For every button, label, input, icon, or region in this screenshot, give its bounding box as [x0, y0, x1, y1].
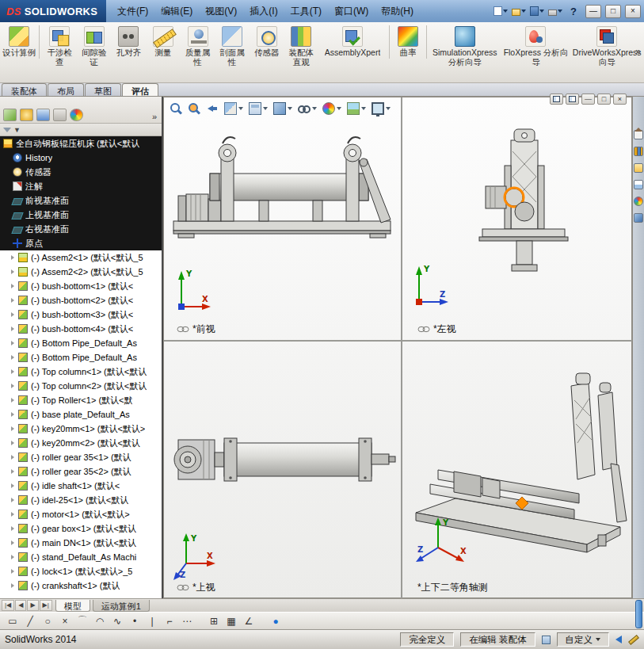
tree-item[interactable]: (-) Top column<2> (默认<默认 — [0, 379, 162, 393]
help-button[interactable]: ? — [566, 6, 581, 17]
close-button[interactable]: × — [625, 5, 641, 18]
tree-item[interactable]: 传感器 — [0, 165, 162, 179]
configurationmanager-tab-icon[interactable] — [36, 109, 50, 121]
tab-scroll-button[interactable]: ▶ — [27, 600, 38, 611]
tree-item[interactable]: (-) gear box<1> (默认<默认 — [0, 521, 162, 536]
tree-item[interactable]: (-) base plate_Default_As — [0, 407, 162, 422]
ribbon-button[interactable]: AssemblyXpert — [318, 25, 390, 59]
tree-item[interactable]: (-) stand_Default_As Machi — [0, 550, 162, 564]
featuremanager-tab-icon[interactable] — [3, 109, 17, 121]
ribbon-button[interactable]: 传感器 — [250, 25, 284, 59]
viewport-layout-button-2[interactable] — [566, 94, 579, 105]
ribbon-button[interactable]: SimulationXpress 分析向导 — [429, 25, 501, 67]
command-tab[interactable]: 评估 — [122, 83, 158, 96]
tree-item[interactable]: (-) bush-bottom<1> (默认< — [0, 279, 162, 293]
tree-item[interactable]: (-) roller gear 35<1> (默认 — [0, 450, 162, 464]
tree-item[interactable]: (-) bush-bottom<3> (默认< — [0, 307, 162, 322]
ribbon-button[interactable]: 间隙验证 — [77, 25, 112, 67]
tree-item[interactable]: (-) bush-bottom<2> (默认< — [0, 293, 162, 307]
menu-item[interactable]: 窗口(W) — [328, 3, 375, 20]
ribbon-button[interactable]: FloXpress 分析向导 — [501, 25, 572, 67]
tree-item[interactable]: (-) main DN<1> (默认<默认 — [0, 536, 162, 550]
tab-scroll-button[interactable]: |◀ — [2, 600, 14, 611]
custom-properties-icon[interactable] — [634, 213, 643, 223]
displaymanager-tab-icon[interactable] — [70, 109, 83, 121]
trim-tool-icon[interactable]: × — [57, 614, 73, 628]
tree-overflow-button[interactable]: » — [150, 112, 159, 121]
view-palette-icon[interactable] — [634, 180, 643, 189]
tree-item[interactable]: (-) motor<1> (默认<默认> — [0, 507, 162, 521]
tree-item[interactable]: (-) idel-25<1> (默认<默认 — [0, 493, 162, 507]
view-settings-icon[interactable] — [371, 101, 391, 116]
open-button[interactable] — [511, 4, 527, 18]
tree-item[interactable]: (-) Top Roller<1> (默认<默 — [0, 393, 162, 407]
tree-item[interactable]: 原点 — [0, 236, 162, 250]
tree-item[interactable]: (-) idle shaft<1> (默认< — [0, 479, 162, 493]
ribbon-button[interactable]: 干涉检查 — [42, 25, 77, 67]
snap-tool-icon[interactable]: ● — [268, 614, 284, 628]
ribbon-button[interactable]: DriveWorksXpress 向导 — [571, 25, 642, 67]
model-tab[interactable]: 运动算例1 — [93, 600, 150, 612]
spline-tool-icon[interactable]: ∿ — [109, 614, 125, 628]
tree-item[interactable]: 右视基准面 — [0, 222, 162, 236]
doc-restore-button[interactable]: □ — [597, 94, 611, 105]
tree-item[interactable]: 前视基准面 — [0, 193, 162, 208]
ribbon-button[interactable]: 孔对齐 — [112, 25, 147, 59]
point-tool-icon[interactable]: • — [127, 614, 143, 628]
tree-item[interactable]: 全自动钢板辊压机床 (默认<默认 — [0, 136, 162, 151]
tree-item[interactable]: 注解 — [0, 179, 162, 193]
display-style-icon[interactable] — [272, 101, 293, 116]
menu-item[interactable]: 帮助(H) — [375, 3, 420, 20]
collapse-taskpane-icon[interactable] — [615, 636, 622, 643]
zoom-area-icon[interactable] — [187, 101, 201, 116]
tree-item[interactable]: (-) Bottom Pipe_Default_As — [0, 350, 162, 365]
tree-item[interactable]: 上视基准面 — [0, 208, 162, 222]
tab-scroll-button[interactable]: ▶| — [40, 600, 52, 611]
smart-dimension-tool-icon[interactable]: ∠ — [241, 614, 257, 628]
centerline-tool-icon[interactable]: | — [144, 614, 160, 628]
menu-item[interactable]: 工具(T) — [284, 3, 328, 20]
previous-view-icon[interactable] — [205, 101, 219, 116]
ribbon-button[interactable]: 质量属性 — [181, 25, 215, 67]
line-tool-icon[interactable]: ╱ — [22, 614, 38, 628]
ribbon-overflow-button[interactable]: » — [635, 46, 641, 57]
tree-item[interactable]: (-) Assem2<2> (默认<默认_5 — [0, 265, 162, 279]
design-library-icon[interactable] — [634, 147, 643, 156]
new-document-button[interactable] — [493, 4, 509, 18]
apply-scene-icon[interactable] — [346, 101, 367, 116]
menu-item[interactable]: 插入(I) — [243, 3, 284, 20]
command-tab[interactable]: 布局 — [48, 83, 84, 96]
tree-filter-bar[interactable]: ▼ — [0, 124, 162, 136]
view-orientation-icon[interactable] — [248, 101, 269, 116]
ribbon-button[interactable]: 装配体直观 — [284, 25, 318, 67]
polygon-tool-icon[interactable]: ⋯ — [179, 614, 195, 628]
linear-pattern-tool-icon[interactable]: ⊞ — [206, 614, 222, 628]
appearances-scenes-icon[interactable] — [634, 197, 643, 206]
ribbon-button[interactable]: 曲率 — [392, 25, 427, 59]
resources-home-icon[interactable] — [634, 130, 643, 139]
grid-units-icon[interactable] — [542, 636, 551, 644]
tab-scroll-button[interactable]: ◀ — [15, 600, 26, 611]
graphics-area[interactable]: Y X Y Z Y X Z Y X Z — [163, 97, 632, 598]
arc-tool-icon[interactable]: ⌒ — [74, 614, 90, 628]
corner-rectangle-tool-icon[interactable]: ⌐ — [162, 614, 177, 628]
tree-item[interactable]: (-) bush-bottom<4> (默认< — [0, 322, 162, 336]
select-tool-icon[interactable]: ▭ — [5, 614, 21, 628]
toolbar-scrollbar[interactable] — [635, 600, 642, 628]
maximize-button[interactable]: □ — [605, 5, 621, 18]
minimize-button[interactable]: — — [585, 5, 601, 18]
save-button[interactable] — [529, 4, 545, 18]
tree-item[interactable]: (-) Bottom Pipe_Default_As — [0, 336, 162, 350]
doc-minimize-button[interactable]: — — [581, 94, 595, 105]
doc-close-button[interactable]: × — [613, 94, 627, 105]
grid-pattern-tool-icon[interactable]: ▦ — [223, 614, 239, 628]
viewport-layout-button-1[interactable] — [550, 94, 563, 105]
print-button[interactable] — [547, 4, 563, 18]
viewport-vertical-splitter[interactable] — [401, 97, 402, 599]
section-view-icon[interactable] — [223, 101, 244, 116]
menu-item[interactable]: 文件(F) — [111, 3, 154, 20]
tree-item[interactable]: (-) lock<1> (默认<默认>_5 — [0, 564, 162, 578]
dimxpertmanager-tab-icon[interactable] — [53, 109, 67, 121]
command-tab[interactable]: 装配体 — [2, 83, 47, 96]
propertymanager-tab-icon[interactable] — [20, 109, 33, 121]
